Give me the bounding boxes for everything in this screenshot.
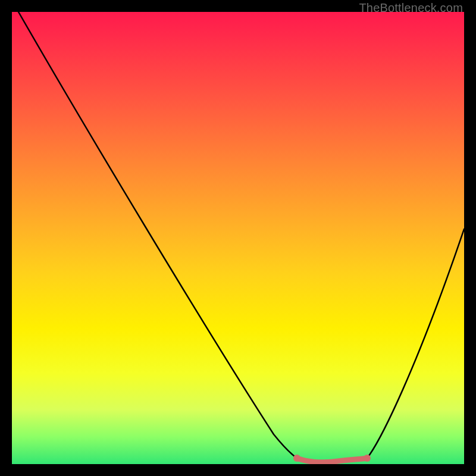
chart-frame: TheBottleneck.com	[0, 0, 476, 476]
flat-segment	[297, 458, 367, 462]
left-curve	[18, 12, 297, 458]
marker-left	[293, 455, 300, 462]
plot-area	[12, 12, 464, 464]
curve-layer	[12, 12, 464, 464]
right-curve	[367, 229, 464, 458]
marker-right	[364, 455, 371, 462]
